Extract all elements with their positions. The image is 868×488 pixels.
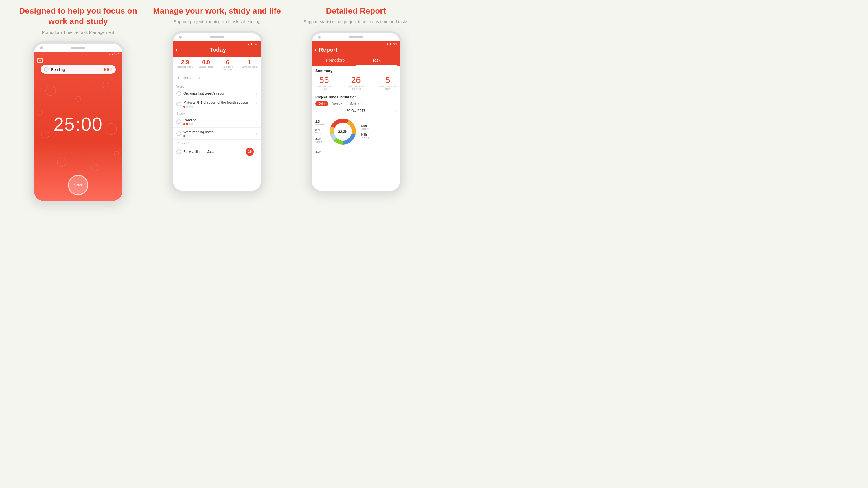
app-icon-row: ⊞ — [34, 57, 122, 64]
priority-dot-r — [183, 105, 185, 107]
task-pill-priority — [103, 68, 112, 70]
timer-status-text: ▲ ■ 3:43 — [108, 53, 119, 56]
phone-2-camera — [179, 36, 182, 39]
timer-status-bar: ▲ ■ 3:43 — [34, 52, 122, 57]
bottom-stat-row: 4.2h — [315, 150, 396, 154]
filter-monthly[interactable]: Monthly — [346, 101, 363, 106]
label-others-name: Others — [315, 140, 324, 143]
task-row-2[interactable]: Make a PPT of report of the fourth seaso… — [173, 98, 261, 110]
stat-tasks-to-complete: 6 Tasks to be Completed — [219, 59, 236, 71]
svg-point-2 — [41, 131, 49, 138]
svg-point-8 — [37, 110, 42, 116]
task-arrow-4[interactable]: › — [256, 131, 257, 136]
chart-labels-left: 2.8h Personal 8.3h Work 3.2h Others — [315, 120, 324, 143]
label-drawing-name: Drawing — [361, 136, 370, 139]
task-pill-checkbox[interactable] — [44, 67, 49, 72]
report-header: ▲ ■ 8:23 ‹ Report Pomodoro Task — [312, 41, 400, 66]
stat-completed-label: Completed Tasks — [242, 66, 257, 68]
today-title-row: ‹ Today — [176, 45, 258, 54]
stat-elapsed-label: Elapsed Time(h) — [199, 66, 214, 68]
report-back-icon[interactable]: ‹ — [315, 47, 316, 53]
task-arrow-1[interactable]: › — [256, 91, 257, 96]
p3-dot4 — [191, 123, 193, 125]
task-row-1[interactable]: Organize last week's report › — [173, 89, 261, 98]
date-prev-icon[interactable]: ‹ — [315, 108, 317, 113]
col3-subtitle: Support statistics on project time, focu… — [304, 19, 408, 25]
svg-point-0 — [46, 86, 56, 96]
dot-2 — [107, 68, 109, 70]
task-name-5: Book a flight to Ja... — [183, 150, 243, 154]
app-icon: ⊞ — [37, 58, 43, 63]
task-checkbox-1[interactable] — [177, 91, 181, 96]
p3-dot2 — [186, 123, 188, 125]
summary-label-55: Total Completed Tasks — [315, 85, 333, 90]
summary-label: Summary — [315, 68, 396, 73]
date-next-icon[interactable]: › — [395, 108, 396, 113]
summary-stats: 55 Total Completed Tasks 26 Tasks Comple… — [315, 75, 396, 90]
task-row-4[interactable]: Write reading notes › — [173, 128, 261, 140]
label-others-time: 3.2h — [315, 137, 324, 140]
column-2: Manage your work, study and life Support… — [151, 6, 283, 193]
task-priority-4 — [183, 135, 254, 137]
today-stats: 2.9 Estimated Time(h) 0.0 Elapsed Time(h… — [173, 57, 261, 73]
task-arrow-5[interactable]: › — [256, 150, 257, 154]
chart-area: 2.8h Personal 8.3h Work 3.2h Others — [315, 116, 396, 148]
bottom-stat-val: 4.2h — [315, 150, 321, 154]
stat-completed-val: 1 — [248, 59, 251, 66]
stat-estimated-label: Estimated Time(h) — [177, 66, 193, 68]
section-work: Work — [173, 83, 261, 89]
dist-label: Project Time Distribution — [315, 95, 396, 99]
summary-label-5: Tasks Completed Today — [379, 85, 396, 90]
start-button[interactable]: Start — [68, 175, 88, 195]
add-task-row[interactable]: ＋ Add a task... — [173, 73, 261, 83]
task-priority-2 — [183, 105, 254, 107]
stat-completed: 1 Completed Tasks — [242, 59, 257, 71]
section-study: Study — [173, 110, 261, 116]
summary-stat-26: 26 Tasks Completed This Week — [347, 75, 365, 90]
task-row-3[interactable]: Reading › — [173, 116, 261, 128]
section-personal: Personal — [173, 140, 261, 145]
task-arrow-3[interactable]: › — [256, 120, 257, 124]
phone-1-top — [34, 44, 122, 52]
tab-task[interactable]: Task — [356, 56, 397, 66]
label-reading-time: 6.9h — [361, 124, 370, 128]
svg-point-6 — [91, 164, 98, 171]
task-name-3: Reading — [183, 118, 254, 122]
date-nav: ‹ 20 Oct 2017 › — [315, 108, 396, 113]
summary-section: Summary 55 Total Completed Tasks 26 Task… — [315, 68, 396, 90]
task-checkbox-4[interactable] — [177, 131, 181, 136]
filter-weekly[interactable]: Weekly — [329, 101, 345, 106]
task-row-5[interactable]: Book a flight to Ja... 25 › — [173, 145, 261, 158]
label-work-name: Work — [315, 132, 324, 134]
tab-pomodoro[interactable]: Pomodoro — [315, 56, 356, 66]
today-status: ▲ ■ 3:43 — [176, 42, 258, 45]
screen-report: ▲ ■ 8:23 ‹ Report Pomodoro Task Summary … — [312, 41, 400, 191]
start-label: Start — [74, 183, 82, 187]
report-title: Report — [319, 46, 337, 53]
stat-tasks-label: Tasks to be Completed — [219, 66, 236, 71]
badge-25: 25 — [246, 148, 254, 156]
today-back-icon[interactable]: ‹ — [176, 47, 178, 53]
label-others: 3.2h Others — [315, 137, 324, 143]
priority-dot-g1 — [186, 105, 188, 107]
stat-estimated-val: 2.9 — [181, 59, 189, 66]
dist-filter-row: Daily Weekly Monthly — [315, 101, 396, 106]
stat-estimated: 2.9 Estimated Time(h) — [177, 59, 193, 71]
col3-headline: Detailed Report — [326, 6, 386, 16]
task-checkbox-3[interactable] — [177, 120, 181, 124]
task-pill[interactable]: Reading — [40, 65, 116, 74]
filter-daily[interactable]: Daily — [315, 101, 328, 106]
label-drawing: 6.9h Drawing — [361, 133, 370, 139]
stat-elapsed-val: 0.0 — [202, 59, 210, 66]
p4-dot1 — [183, 135, 185, 137]
col2-subtitle: Support project planning and task schedu… — [174, 19, 260, 25]
label-reading: 6.9h Reading — [361, 124, 370, 130]
screen-today: ▲ ■ 3:43 ‹ Today 2.9 Estimated Time(h) 0… — [173, 41, 261, 191]
task-arrow-2[interactable]: › — [256, 102, 257, 106]
priority-dot-g3 — [191, 105, 193, 107]
summary-val-5: 5 — [385, 75, 390, 85]
task-checkbox-5[interactable] — [177, 150, 181, 154]
donut-center-value: 32.3h — [338, 130, 347, 134]
task-checkbox-2[interactable] — [177, 102, 181, 106]
phone-2-speaker — [210, 36, 224, 38]
